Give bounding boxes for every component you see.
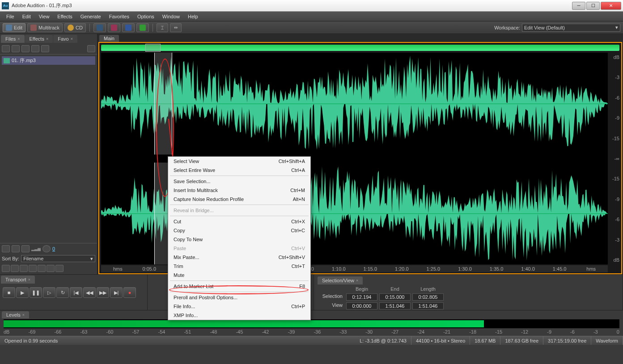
panel-menu-icon[interactable] [87,45,95,52]
autoplay-icon[interactable] [21,245,30,252]
ctx-mute[interactable]: Mute [168,271,310,280]
ctx-copy-to-new[interactable]: Copy To New [168,235,310,244]
overview-bar[interactable] [101,45,619,51]
loop-play-button[interactable]: ↻ [56,287,69,298]
view-option-5[interactable] [38,265,46,272]
ctx-trim[interactable]: TrimCtrl+T [168,262,310,271]
record-button[interactable]: ● [123,287,136,298]
status-size: 18.67 MB [470,336,500,345]
selection-region[interactable] [154,53,172,155]
ctx-cut[interactable]: CutCtrl+X [168,217,310,226]
menu-file[interactable]: File [3,13,18,20]
selview-value[interactable]: 0:15.000 [379,293,411,301]
levels-panel: Levels× dB-69-66-63-60-57-54-51-48-45-42… [0,310,623,336]
status-format: 44100 • 16-bit • Stereo [411,336,470,345]
cd-icon [68,25,74,31]
view-option-7[interactable] [55,265,64,272]
close-button[interactable]: ✕ [601,2,621,10]
volume-icon[interactable] [42,245,51,252]
play-icon[interactable] [2,245,10,252]
view-button-3[interactable] [122,23,135,32]
ctx-capture-noise-reduction-profile[interactable]: Capture Noise Reduction ProfileAlt+N [168,195,310,204]
view-option-4[interactable] [29,265,37,272]
selview-value[interactable]: 0:00.000 [346,302,377,310]
ctx-paste: PasteCtrl+V [168,244,310,253]
ctx-select-entire-wave[interactable]: Select Entire WaveCtrl+A [168,166,310,175]
sidebar-tab-favo[interactable]: Favo× [53,35,77,43]
transport-tab[interactable]: Transport× [1,276,35,284]
sidebar-tab-files[interactable]: Files× [1,35,25,43]
file-item[interactable]: 01. 序.mp3 [2,56,95,65]
context-menu: Select ViewCtrl+Shift+ASelect Entire Wav… [168,156,311,320]
tool-time-select[interactable]: ⌶ [157,23,168,32]
go-start-button[interactable]: |◀ [70,287,82,298]
view-option-1[interactable] [2,265,10,272]
ctx-add-to-marker-list[interactable]: Add to Marker ListF8 [168,282,310,291]
import-icon[interactable] [2,45,10,52]
selview-tab[interactable]: Selection/View× [318,276,363,285]
view-button-4[interactable] [136,23,149,32]
sidebar: Files×Effects×Favo× 01. 序.mp3 ▂▃▅ 0 [0,34,97,274]
menu-effects[interactable]: Effects [54,13,76,20]
rewind-button[interactable]: ◀◀ [83,287,96,298]
overview-selection[interactable] [145,44,161,52]
selview-value[interactable]: 1:51.046 [379,302,411,310]
stop-button[interactable]: ■ [3,287,15,298]
forward-button[interactable]: ▶▶ [97,287,109,298]
title-bar: Au Adobe Audition - 01.序.mp3 ─ ☐ ✕ [0,0,623,12]
close-file-icon[interactable] [12,45,20,52]
view-button-1[interactable] [93,23,106,32]
toolbar: Edit Multitrack CD ⌶ ⇔ Workspace: Edit V… [0,21,623,34]
selview-value[interactable]: 0:12.194 [346,293,377,301]
cd-mode-button[interactable]: CD [64,23,86,32]
menu-window[interactable]: Window [159,13,183,20]
ctx-copy[interactable]: CopyCtrl+C [168,226,310,235]
pause-button[interactable]: ❚❚ [30,287,42,298]
volume-value[interactable]: 0 [52,246,55,251]
workspace-dropdown[interactable]: Edit View (Default)▾ [522,24,620,32]
status-mode: Waveform [591,336,623,345]
sort-dropdown[interactable]: Filename▾ [21,255,95,262]
insert-icon[interactable] [31,45,39,52]
ctx-reveal-in-bridge-: Reveal in Bridge... [168,206,310,215]
level-meter [4,319,619,328]
file-list[interactable]: 01. 序.mp3 [0,54,97,243]
levels-tab[interactable]: Levels× [2,311,29,318]
sidebar-tab-effects[interactable]: Effects× [25,35,53,43]
maximize-button[interactable]: ☐ [586,2,600,10]
minimize-button[interactable]: ─ [572,2,585,10]
ctx-preroll-and-postroll-options-[interactable]: Preroll and Postroll Options... [168,293,310,302]
menu-generate[interactable]: Generate [77,13,105,20]
ctx-file-info-[interactable]: File Info...Ctrl+P [168,302,310,311]
edit-mode-button[interactable]: Edit [3,23,25,32]
view-option-2[interactable] [11,265,19,272]
options-icon[interactable] [41,45,49,52]
selview-value[interactable]: 1:51.046 [412,302,444,310]
multitrack-mode-button[interactable]: Multitrack [27,23,63,32]
go-end-button[interactable]: ▶| [110,287,123,298]
menu-help[interactable]: Help [184,13,202,20]
ctx-xmp-info-[interactable]: XMP Info... [168,311,310,320]
tool-move[interactable]: ⇔ [170,23,182,32]
status-time: 317:15:19.00 free [543,336,591,345]
ctx-save-selection-[interactable]: Save Selection... [168,177,310,186]
play-to-end-button[interactable]: ▷ [43,287,55,298]
file-panel-toolbar [0,43,97,54]
menu-view[interactable]: View [35,13,53,20]
menu-options[interactable]: Options [134,13,158,20]
ctx-select-view[interactable]: Select ViewCtrl+Shift+A [168,157,310,166]
ctx-insert-into-multitrack[interactable]: Insert Into MultitrackCtrl+M [168,186,310,195]
ctx-mix-paste-[interactable]: Mix Paste...Ctrl+Shift+V [168,253,310,262]
menu-favorites[interactable]: Favorites [106,13,133,20]
selview-value[interactable]: 0:02.805 [412,293,444,301]
edit-file-icon[interactable] [21,45,30,52]
view-option-3[interactable] [20,265,28,272]
view-option-6[interactable] [47,265,55,272]
view-button-2[interactable] [108,23,120,32]
menu-edit[interactable]: Edit [19,13,34,20]
window-title: Adobe Audition - 01.序.mp3 [12,2,572,9]
loop-icon[interactable] [12,245,20,252]
status-message: Opened in 0.99 seconds [0,336,355,345]
play-button[interactable]: ▶ [16,287,29,298]
main-tab[interactable]: Main [99,35,119,42]
